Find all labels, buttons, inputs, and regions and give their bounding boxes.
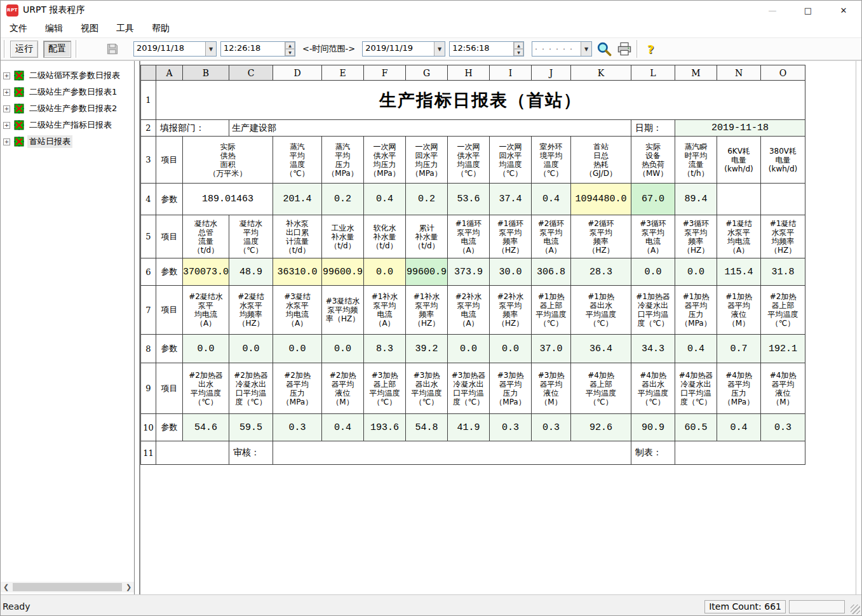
- scrollbar-thumb[interactable]: [13, 583, 122, 591]
- grid-cell[interactable]: 31.8: [761, 258, 805, 286]
- grid-cell[interactable]: #3循环 泵平均 电流 （A）: [631, 215, 675, 258]
- column-header-L[interactable]: L: [631, 65, 675, 81]
- row-header-9[interactable]: 9: [141, 363, 156, 414]
- column-header-J[interactable]: J: [532, 65, 571, 81]
- menu-edit[interactable]: 编辑: [39, 21, 69, 36]
- grid-cell[interactable]: 0.3: [273, 414, 322, 441]
- grid-cell[interactable]: 192.1: [761, 335, 805, 363]
- grid-cell[interactable]: #1补水 泵平均 电流 （A）: [364, 286, 406, 335]
- grid-cell[interactable]: #1补水 泵平均 频率 （HZ）: [406, 286, 448, 335]
- grid-cell[interactable]: 0.7: [717, 335, 761, 363]
- grid-cell[interactable]: #3加热 器出水 平均温度 （℃）: [406, 363, 448, 414]
- grid-cell[interactable]: 生产建设部: [229, 120, 631, 137]
- row-label[interactable]: 项目: [156, 286, 183, 335]
- spin-down-icon[interactable]: ▼: [285, 49, 295, 56]
- grid-cell[interactable]: 37.4: [490, 184, 532, 215]
- grid-cell[interactable]: 41.9: [448, 414, 490, 441]
- column-header-C[interactable]: C: [229, 65, 273, 81]
- grid-cell[interactable]: 115.4: [717, 258, 761, 286]
- close-button[interactable]: ✕: [826, 1, 861, 20]
- grid-cell[interactable]: #1凝结 水泵平 均电流 （A）: [717, 215, 761, 258]
- grid-cell[interactable]: 306.8: [532, 258, 571, 286]
- grid-cell[interactable]: 一次网 供水平 均压力 （MPa）: [364, 137, 406, 184]
- tree-item[interactable]: +首站日报表: [1, 133, 134, 150]
- row-header-11[interactable]: 11: [141, 441, 156, 465]
- tree-item[interactable]: +二级站生产参数日报表1: [1, 84, 134, 100]
- grid-cell[interactable]: 59.5: [229, 414, 273, 441]
- grid-cell[interactable]: 室外环 境平均 温度 （℃）: [532, 137, 571, 184]
- grid-cell[interactable]: 0.2: [322, 184, 364, 215]
- expand-plus-icon[interactable]: +: [3, 122, 10, 129]
- print-icon[interactable]: [616, 41, 633, 57]
- resize-grip-icon[interactable]: [851, 605, 860, 614]
- grid-cell[interactable]: #4加热 器平均 液位 （M）: [761, 363, 805, 414]
- grid-cell[interactable]: 实际 设备 热负荷 （MW）: [631, 137, 675, 184]
- menu-tools[interactable]: 工具: [110, 21, 140, 36]
- grid-cell[interactable]: 54.8: [406, 414, 448, 441]
- menu-help[interactable]: 帮助: [145, 21, 176, 36]
- expand-plus-icon[interactable]: +: [3, 138, 10, 145]
- grid-cell[interactable]: 36310.0: [273, 258, 322, 286]
- tree-item-label[interactable]: 二级站生产指标日报表: [27, 119, 114, 131]
- minimize-button[interactable]: —: [755, 1, 790, 20]
- grid-cell[interactable]: #3循环 泵平均 频率 （HZ）: [675, 215, 717, 258]
- start-date-picker[interactable]: 2019/11/18 ▼: [133, 41, 217, 57]
- column-header-F[interactable]: F: [364, 65, 406, 81]
- spin-up-icon[interactable]: ▲: [285, 42, 295, 49]
- end-time-value[interactable]: 12:56:18: [450, 42, 513, 56]
- grid-cell[interactable]: [156, 441, 229, 465]
- grid-cell[interactable]: 36.4: [571, 335, 631, 363]
- row-label[interactable]: 参数: [156, 414, 183, 441]
- grid-cell[interactable]: #2补水 泵平均 电流 （A）: [448, 286, 490, 335]
- grid-cell[interactable]: 实际 供热 面积 （万平米）: [183, 137, 273, 184]
- grid-cell[interactable]: 0.0: [364, 258, 406, 286]
- grid-cell[interactable]: #4加热 器上部 平均温度 （℃）: [571, 363, 631, 414]
- grid-cell[interactable]: 0.2: [406, 184, 448, 215]
- grid-cell[interactable]: 39.2: [406, 335, 448, 363]
- grid-cell[interactable]: 30.0: [490, 258, 532, 286]
- spin-down-icon[interactable]: ▼: [514, 49, 523, 56]
- save-icon[interactable]: [104, 41, 121, 57]
- tree-item-label[interactable]: 二级站循环泵参数日报表: [27, 69, 122, 82]
- expand-plus-icon[interactable]: +: [3, 72, 10, 79]
- grid-cell[interactable]: 0.3: [532, 414, 571, 441]
- grid-cell[interactable]: 生产指标日报表（首站）: [156, 81, 805, 120]
- row-header-2[interactable]: 2: [141, 120, 156, 137]
- grid-cell[interactable]: 补水泵 出口累 计流量 （t/d）: [273, 215, 322, 258]
- row-header-8[interactable]: 8: [141, 335, 156, 363]
- row-header-6[interactable]: 6: [141, 258, 156, 286]
- scroll-right-icon[interactable]: ❯: [123, 583, 134, 591]
- grid-cell[interactable]: [675, 441, 805, 465]
- maximize-button[interactable]: □: [790, 1, 826, 20]
- grid-cell[interactable]: 一次网 回水平 均压力 （MPa）: [406, 137, 448, 184]
- grid-cell[interactable]: 2019-11-18: [675, 120, 805, 137]
- grid-cell[interactable]: #3加热器 冷凝水出 口平均温 度（℃）: [448, 363, 490, 414]
- tree-horizontal-scrollbar[interactable]: ❮ ❯: [1, 582, 134, 593]
- end-date-picker[interactable]: 2019/11/19 ▼: [362, 41, 445, 57]
- row-header-1[interactable]: 1: [141, 81, 156, 120]
- dropdown-arrow-icon[interactable]: ▼: [205, 42, 216, 56]
- row-header-3[interactable]: 3: [141, 137, 156, 184]
- grid-cell[interactable]: 0.0: [229, 335, 273, 363]
- row-header-5[interactable]: 5: [141, 215, 156, 258]
- column-header-G[interactable]: G: [406, 65, 448, 81]
- grid-cell[interactable]: 370073.0: [183, 258, 229, 286]
- grid-cell[interactable]: 0.0: [631, 258, 675, 286]
- grid-cell[interactable]: 凝结水 平均 温度 （℃）: [229, 215, 273, 258]
- row-header-10[interactable]: 10: [141, 414, 156, 441]
- grid-cell[interactable]: 0.0: [448, 335, 490, 363]
- grid-cell[interactable]: 48.9: [229, 258, 273, 286]
- grid-cell[interactable]: 0.4: [675, 335, 717, 363]
- grid-cell[interactable]: 193.6: [364, 414, 406, 441]
- column-header-M[interactable]: M: [675, 65, 717, 81]
- grid-cell[interactable]: #1加热 器上部 平均温度 （℃）: [532, 286, 571, 335]
- start-date-value[interactable]: 2019/11/18: [134, 42, 205, 56]
- grid-cell[interactable]: 54.6: [183, 414, 229, 441]
- grid-cell[interactable]: 0.0: [675, 258, 717, 286]
- grid-cell[interactable]: 53.6: [448, 184, 490, 215]
- grid-cell[interactable]: 0.4: [532, 184, 571, 215]
- panel-splitter[interactable]: [135, 61, 140, 594]
- grid-cell[interactable]: 8.3: [364, 335, 406, 363]
- grid-cell[interactable]: 99600.9: [406, 258, 448, 286]
- grid-cell[interactable]: 92.6: [571, 414, 631, 441]
